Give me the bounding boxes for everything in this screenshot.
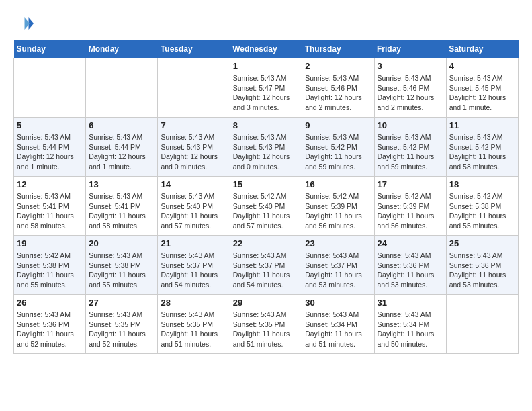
day-cell: 13Sunrise: 5:43 AM Sunset: 5:41 PM Dayli… — [86, 177, 158, 236]
day-number: 21 — [161, 238, 226, 248]
day-info: Sunrise: 5:43 AM Sunset: 5:38 PM Dayligh… — [89, 250, 154, 290]
header-wednesday: Wednesday — [230, 40, 302, 58]
day-info: Sunrise: 5:43 AM Sunset: 5:36 PM Dayligh… — [449, 250, 515, 290]
day-cell: 26Sunrise: 5:43 AM Sunset: 5:36 PM Dayli… — [14, 295, 86, 354]
day-info: Sunrise: 5:43 AM Sunset: 5:47 PM Dayligh… — [233, 73, 300, 113]
day-info: Sunrise: 5:42 AM Sunset: 5:39 PM Dayligh… — [378, 191, 443, 231]
day-number: 29 — [233, 298, 300, 308]
day-number: 1 — [233, 61, 300, 71]
day-info: Sunrise: 5:43 AM Sunset: 5:40 PM Dayligh… — [161, 191, 226, 231]
day-cell: 19Sunrise: 5:42 AM Sunset: 5:38 PM Dayli… — [14, 236, 86, 295]
day-info: Sunrise: 5:43 AM Sunset: 5:42 PM Dayligh… — [378, 132, 443, 172]
header-thursday: Thursday — [302, 40, 374, 58]
day-info: Sunrise: 5:43 AM Sunset: 5:41 PM Dayligh… — [17, 191, 83, 231]
day-number: 15 — [233, 179, 300, 189]
header-row: SundayMondayTuesdayWednesdayThursdayFrid… — [14, 40, 519, 58]
day-number: 14 — [161, 179, 226, 189]
day-cell: 4Sunrise: 5:43 AM Sunset: 5:45 PM Daylig… — [446, 58, 518, 118]
day-info: Sunrise: 5:42 AM Sunset: 5:38 PM Dayligh… — [17, 250, 83, 290]
header-saturday: Saturday — [446, 40, 518, 58]
day-number: 9 — [305, 120, 371, 130]
page-header — [13, 13, 519, 34]
day-cell: 9Sunrise: 5:43 AM Sunset: 5:42 PM Daylig… — [302, 118, 374, 177]
day-number: 27 — [89, 298, 154, 308]
day-info: Sunrise: 5:43 AM Sunset: 5:35 PM Dayligh… — [161, 310, 226, 349]
day-number: 8 — [233, 120, 300, 130]
day-info: Sunrise: 5:43 AM Sunset: 5:37 PM Dayligh… — [305, 250, 371, 290]
day-info: Sunrise: 5:42 AM Sunset: 5:39 PM Dayligh… — [305, 191, 371, 231]
day-cell: 15Sunrise: 5:42 AM Sunset: 5:40 PM Dayli… — [230, 177, 302, 236]
day-info: Sunrise: 5:43 AM Sunset: 5:45 PM Dayligh… — [449, 73, 515, 113]
day-number: 28 — [161, 298, 226, 308]
day-number: 20 — [89, 238, 154, 248]
day-info: Sunrise: 5:43 AM Sunset: 5:37 PM Dayligh… — [233, 250, 300, 290]
day-cell: 5Sunrise: 5:43 AM Sunset: 5:44 PM Daylig… — [14, 118, 86, 177]
calendar-header: SundayMondayTuesdayWednesdayThursdayFrid… — [14, 40, 519, 58]
day-info: Sunrise: 5:43 AM Sunset: 5:43 PM Dayligh… — [161, 132, 226, 172]
day-number: 4 — [449, 61, 515, 71]
calendar-body: 1Sunrise: 5:43 AM Sunset: 5:47 PM Daylig… — [14, 58, 519, 354]
week-row-1: 1Sunrise: 5:43 AM Sunset: 5:47 PM Daylig… — [14, 58, 519, 118]
day-number: 18 — [449, 179, 515, 189]
day-number: 19 — [17, 238, 83, 248]
day-cell — [158, 58, 230, 118]
day-cell: 10Sunrise: 5:43 AM Sunset: 5:42 PM Dayli… — [374, 118, 446, 177]
header-sunday: Sunday — [14, 40, 86, 58]
day-number: 5 — [17, 120, 83, 130]
logo — [13, 13, 35, 34]
day-info: Sunrise: 5:43 AM Sunset: 5:44 PM Dayligh… — [89, 132, 154, 172]
header-monday: Monday — [86, 40, 158, 58]
day-cell: 29Sunrise: 5:43 AM Sunset: 5:35 PM Dayli… — [230, 295, 302, 354]
day-info: Sunrise: 5:42 AM Sunset: 5:40 PM Dayligh… — [233, 191, 300, 231]
day-cell: 24Sunrise: 5:43 AM Sunset: 5:36 PM Dayli… — [374, 236, 446, 295]
day-info: Sunrise: 5:43 AM Sunset: 5:34 PM Dayligh… — [378, 310, 443, 349]
day-cell: 6Sunrise: 5:43 AM Sunset: 5:44 PM Daylig… — [86, 118, 158, 177]
day-number: 17 — [378, 179, 443, 189]
day-cell: 17Sunrise: 5:42 AM Sunset: 5:39 PM Dayli… — [374, 177, 446, 236]
day-info: Sunrise: 5:43 AM Sunset: 5:43 PM Dayligh… — [233, 132, 300, 172]
header-friday: Friday — [374, 40, 446, 58]
day-number: 6 — [89, 120, 154, 130]
day-info: Sunrise: 5:43 AM Sunset: 5:46 PM Dayligh… — [305, 73, 371, 113]
day-info: Sunrise: 5:43 AM Sunset: 5:36 PM Dayligh… — [378, 250, 443, 290]
day-info: Sunrise: 5:43 AM Sunset: 5:34 PM Dayligh… — [305, 310, 371, 349]
day-info: Sunrise: 5:42 AM Sunset: 5:38 PM Dayligh… — [449, 191, 515, 231]
day-cell — [86, 58, 158, 118]
day-info: Sunrise: 5:43 AM Sunset: 5:42 PM Dayligh… — [449, 132, 515, 172]
day-cell: 25Sunrise: 5:43 AM Sunset: 5:36 PM Dayli… — [446, 236, 518, 295]
day-cell: 2Sunrise: 5:43 AM Sunset: 5:46 PM Daylig… — [302, 58, 374, 118]
header-tuesday: Tuesday — [158, 40, 230, 58]
day-info: Sunrise: 5:43 AM Sunset: 5:46 PM Dayligh… — [378, 73, 443, 113]
day-cell: 3Sunrise: 5:43 AM Sunset: 5:46 PM Daylig… — [374, 58, 446, 118]
day-info: Sunrise: 5:43 AM Sunset: 5:35 PM Dayligh… — [89, 310, 154, 349]
day-info: Sunrise: 5:43 AM Sunset: 5:37 PM Dayligh… — [161, 250, 226, 290]
day-number: 10 — [378, 120, 443, 130]
day-cell: 16Sunrise: 5:42 AM Sunset: 5:39 PM Dayli… — [302, 177, 374, 236]
day-cell: 28Sunrise: 5:43 AM Sunset: 5:35 PM Dayli… — [158, 295, 230, 354]
day-cell — [446, 295, 518, 354]
day-cell: 14Sunrise: 5:43 AM Sunset: 5:40 PM Dayli… — [158, 177, 230, 236]
day-number: 31 — [378, 298, 443, 308]
day-cell: 11Sunrise: 5:43 AM Sunset: 5:42 PM Dayli… — [446, 118, 518, 177]
day-number: 25 — [449, 238, 515, 248]
day-info: Sunrise: 5:43 AM Sunset: 5:41 PM Dayligh… — [89, 191, 154, 231]
day-cell: 8Sunrise: 5:43 AM Sunset: 5:43 PM Daylig… — [230, 118, 302, 177]
logo-icon — [13, 13, 34, 34]
day-cell: 27Sunrise: 5:43 AM Sunset: 5:35 PM Dayli… — [86, 295, 158, 354]
day-cell: 12Sunrise: 5:43 AM Sunset: 5:41 PM Dayli… — [14, 177, 86, 236]
week-row-3: 12Sunrise: 5:43 AM Sunset: 5:41 PM Dayli… — [14, 177, 519, 236]
day-info: Sunrise: 5:43 AM Sunset: 5:36 PM Dayligh… — [17, 310, 83, 349]
day-cell: 31Sunrise: 5:43 AM Sunset: 5:34 PM Dayli… — [374, 295, 446, 354]
day-number: 24 — [378, 238, 443, 248]
week-row-2: 5Sunrise: 5:43 AM Sunset: 5:44 PM Daylig… — [14, 118, 519, 177]
day-number: 22 — [233, 238, 300, 248]
day-info: Sunrise: 5:43 AM Sunset: 5:42 PM Dayligh… — [305, 132, 371, 172]
day-number: 13 — [89, 179, 154, 189]
day-info: Sunrise: 5:43 AM Sunset: 5:35 PM Dayligh… — [233, 310, 300, 349]
day-number: 16 — [305, 179, 371, 189]
day-cell: 21Sunrise: 5:43 AM Sunset: 5:37 PM Dayli… — [158, 236, 230, 295]
day-cell: 30Sunrise: 5:43 AM Sunset: 5:34 PM Dayli… — [302, 295, 374, 354]
day-cell: 22Sunrise: 5:43 AM Sunset: 5:37 PM Dayli… — [230, 236, 302, 295]
day-info: Sunrise: 5:43 AM Sunset: 5:44 PM Dayligh… — [17, 132, 83, 172]
day-number: 30 — [305, 298, 371, 308]
